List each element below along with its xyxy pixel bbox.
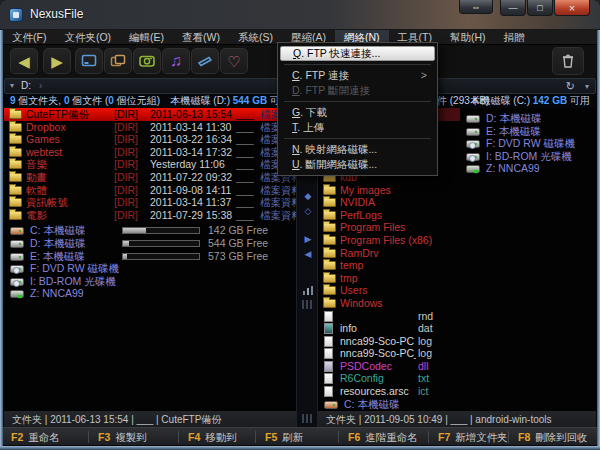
drive-row[interactable]: E: 本機磁碟	[460, 125, 596, 138]
sync-off-icon[interactable]: ◇	[297, 206, 319, 216]
maximize-button[interactable]: □	[527, 0, 553, 16]
drive-icon-dvd	[10, 265, 24, 273]
menu-item-系統(S)[interactable]: 系統(S)	[229, 30, 282, 45]
folder-icon	[9, 148, 22, 157]
right-address-dropdown-icon[interactable]: ▾	[585, 82, 589, 91]
drive-row[interactable]: F: DVD RW 磁碟機	[4, 262, 296, 275]
network-menu-item-T[interactable]: T. 上傳	[280, 120, 435, 135]
file-row[interactable]: resources.arscict	[318, 385, 460, 398]
back-button[interactable]: ◀	[10, 48, 38, 74]
sync-on-icon[interactable]: ◆	[297, 191, 319, 201]
network-menu-item-Q[interactable]: Q. FTP 快速連接...	[280, 46, 435, 61]
drive-row[interactable]: F: DVD RW 磁碟機	[460, 137, 596, 150]
folder-icon	[323, 249, 336, 258]
folder-row[interactable]: Program Files	[318, 221, 460, 234]
file-icon	[324, 348, 333, 359]
folder-icon	[9, 186, 22, 195]
pictures-button[interactable]	[133, 48, 161, 74]
drive-icon-hdd	[466, 115, 480, 123]
folders-button[interactable]	[104, 48, 132, 74]
file-row[interactable]: nnca99-Sco-PClog	[318, 335, 460, 348]
window-title: NexusFile	[30, 7, 83, 21]
network-menu-item-U[interactable]: U. 斷開網絡磁碟...	[280, 157, 435, 172]
drive-row[interactable]: D: 本機磁碟544 GB Free	[4, 237, 296, 250]
network-menu-item-G[interactable]: G. 下載	[280, 105, 435, 120]
file-row[interactable]: 音樂[DIR]Yesterday 11:06___檔案資料夾	[4, 158, 296, 171]
drive-row[interactable]: E: 本機磁碟573 GB Free	[4, 250, 296, 263]
folder-row[interactable]: tmp	[318, 272, 460, 285]
chart-icon[interactable]	[297, 286, 319, 295]
submenu-arrow-icon: >	[421, 68, 427, 83]
fkey-F4[interactable]: F4移動到	[188, 428, 237, 446]
drive-icon-hdd	[10, 253, 24, 261]
network-menu-item-N[interactable]: N. 映射網絡磁碟...	[280, 142, 435, 157]
left-address-dropdown-icon[interactable]: ▾	[10, 81, 14, 90]
menu-item-幫助(H)[interactable]: 幫助(H)	[441, 30, 495, 45]
drive-row[interactable]: Z: NNCA99	[460, 162, 596, 175]
desktop-button[interactable]	[75, 48, 103, 74]
menu-item-查看(W)[interactable]: 查看(W)	[173, 30, 229, 45]
delete-button[interactable]	[552, 47, 584, 75]
copy-left-icon[interactable]: ◀	[297, 249, 319, 259]
folder-icon	[323, 186, 336, 195]
file-row[interactable]: nnca99-Sco-PC_Wi...log	[318, 347, 460, 360]
file-row[interactable]: 電影[DIR]2011-07-29 15:38___檔案資料夾	[4, 209, 296, 222]
fkey-divider	[508, 431, 509, 443]
file-row[interactable]: infodat	[318, 322, 460, 335]
folder-row[interactable]: RamDrv	[318, 247, 460, 260]
file-row[interactable]: webtest[DIR]2011-03-14 17:32___檔案資料夾	[4, 146, 296, 159]
right-refresh-icon[interactable]: ↻	[566, 80, 575, 93]
fkey-F7[interactable]: F7新增文件夹	[438, 428, 508, 446]
file-row[interactable]: 動畫[DIR]2011-07-22 09:32___檔案資料夾	[4, 171, 296, 184]
drive-row[interactable]: I: BD-ROM 光碟機	[4, 275, 296, 288]
forward-button[interactable]: ▶	[43, 48, 71, 74]
favorites-button[interactable]: ♡	[220, 48, 248, 74]
drive-row[interactable]: Z: NNCA99	[4, 287, 296, 300]
left-address-drive[interactable]: D:	[21, 80, 31, 91]
splitter-grip[interactable]	[302, 300, 314, 309]
fkey-F5[interactable]: F5刷新	[265, 428, 303, 446]
file-row[interactable]: CuteFTP備份[DIR]2011-06-13 15:54___檔案資料夾	[4, 108, 296, 121]
file-row[interactable]: rnd	[318, 310, 460, 323]
restore-button[interactable]: ⇔	[459, 0, 493, 14]
file-row[interactable]: Dropbox[DIR]2011-03-14 11:30___檔案資料夾	[4, 121, 296, 134]
media-button[interactable]	[191, 48, 219, 74]
drive-row[interactable]: C: 本機磁碟	[318, 398, 460, 411]
folder-row[interactable]: Windows	[318, 297, 460, 310]
file-row[interactable]: Games[DIR]2011-03-22 16:34___檔案資料夾	[4, 133, 296, 146]
file-row[interactable]: PSDCodecdll	[318, 360, 460, 373]
folder-row[interactable]: Program Files (x86)	[318, 234, 460, 247]
menu-item-捐贈[interactable]: 捐贈	[495, 30, 534, 45]
copy-right-icon[interactable]: ▶	[297, 234, 319, 244]
fkey-F8[interactable]: F8刪除到回收筒	[518, 428, 597, 446]
drive-row[interactable]: C: 本機磁碟142 GB Free	[4, 224, 296, 237]
folder-row[interactable]: PerfLogs	[318, 209, 460, 222]
fkey-F2[interactable]: F2重命名	[11, 428, 60, 446]
menu-separator	[284, 101, 431, 102]
file-row[interactable]: 軟體[DIR]2011-09-08 14:11___檔案資料夾	[4, 184, 296, 197]
file-row[interactable]: 資訊帳號[DIR]2011-03-14 11:37___檔案資料夾	[4, 196, 296, 209]
fkey-F6[interactable]: F6進階重命名	[348, 428, 418, 446]
folder-row[interactable]: temp	[318, 259, 460, 272]
left-pane-drive-info: 本機磁碟 (D:) 544 GB 可用	[171, 94, 290, 108]
minimize-button[interactable]: —	[500, 0, 526, 16]
file-row[interactable]: R6Configtxt	[318, 372, 460, 385]
close-button[interactable]: ×	[554, 0, 590, 16]
menu-item-編輯(E)[interactable]: 編輯(E)	[120, 30, 173, 45]
folder-row[interactable]: My images	[318, 184, 460, 197]
left-pane-counts: 9 個文件夹, 0 個文件 (0 個位元組)	[10, 94, 160, 108]
left-address-bar[interactable]: ▾ D: › ↻	[4, 78, 296, 94]
drive-icon-hdd	[10, 240, 24, 248]
splitter-grip-bottom[interactable]	[302, 414, 314, 423]
music-button[interactable]: ♫	[162, 48, 190, 74]
folder-row[interactable]: NVIDIA	[318, 196, 460, 209]
fkey-F3[interactable]: F3複製到	[98, 428, 147, 446]
file-icon	[324, 373, 333, 384]
music-note-icon: ♫	[170, 53, 182, 69]
drive-row[interactable]: D: 本機磁碟	[460, 112, 596, 125]
folder-row[interactable]: Users	[318, 284, 460, 297]
network-menu-item-C[interactable]: C. FTP 連接>	[280, 68, 435, 83]
menu-item-文件夹(O)[interactable]: 文件夹(O)	[55, 30, 120, 45]
menu-item-文件(F)[interactable]: 文件(F)	[3, 30, 55, 45]
drive-row[interactable]: I: BD-ROM 光碟機	[460, 150, 596, 163]
